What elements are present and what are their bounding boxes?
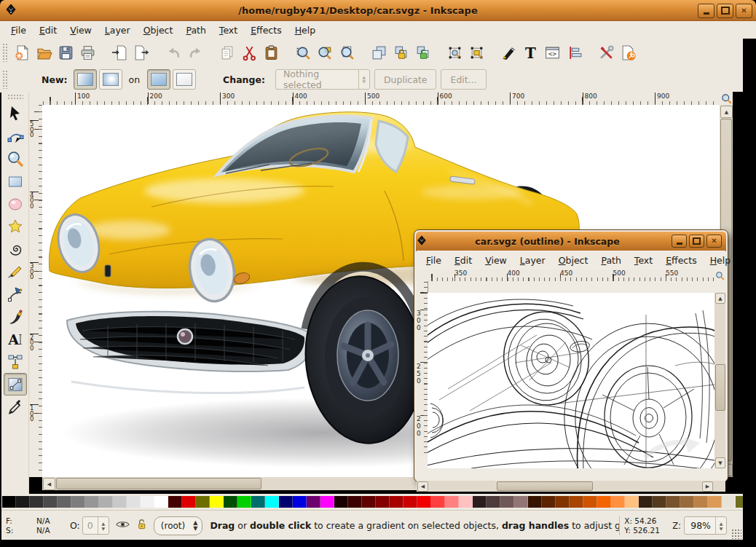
menu-item[interactable]: Object — [552, 253, 595, 268]
edit-gradient-button[interactable]: Edit... — [441, 69, 486, 90]
menu-item[interactable]: Layer — [98, 23, 137, 38]
spinner-arrows-icon[interactable]: ▲▼ — [98, 517, 109, 534]
rectangle-tool[interactable] — [4, 170, 27, 192]
palette-swatch[interactable] — [487, 496, 500, 508]
open-document-button[interactable] — [33, 42, 55, 63]
minimize-button[interactable] — [698, 4, 714, 18]
vertical-ruler[interactable]: 500400300200100 — [29, 105, 43, 477]
gradient-select-combo[interactable]: Nothing selected ▲▼ — [275, 69, 370, 90]
outline-canvas[interactable] — [428, 293, 714, 468]
toolbox-grip[interactable] — [7, 94, 23, 99]
menu-item[interactable]: Effects — [244, 23, 288, 38]
save-document-button[interactable] — [55, 42, 76, 63]
group-button[interactable] — [390, 42, 412, 63]
menu-item[interactable]: Edit — [33, 23, 63, 38]
palette-swatch[interactable] — [58, 496, 71, 508]
bezier-pen-tool[interactable] — [4, 283, 27, 305]
zoom-spinner-icon[interactable]: ▲▼ — [715, 517, 726, 534]
preferences-button[interactable] — [595, 42, 617, 63]
palette-swatch[interactable] — [376, 496, 390, 508]
palette-swatch[interactable] — [708, 496, 722, 508]
palette-swatch[interactable] — [473, 496, 487, 508]
connector-tool[interactable] — [4, 350, 27, 373]
resize-grip[interactable] — [731, 529, 741, 539]
linear-gradient-button[interactable] — [74, 69, 97, 90]
calligraphy-tool[interactable] — [4, 305, 27, 328]
palette-swatch[interactable] — [570, 496, 583, 508]
palette-swatch[interactable] — [196, 496, 210, 508]
palette-swatch[interactable] — [528, 496, 542, 508]
menu-item[interactable]: Object — [137, 23, 180, 38]
close-button[interactable]: ✕ — [736, 4, 752, 18]
menu-item[interactable]: View — [479, 253, 513, 268]
palette-swatch[interactable] — [390, 496, 403, 508]
menu-item[interactable]: Text — [213, 23, 244, 38]
palette-swatch[interactable] — [127, 496, 141, 508]
document-properties-button[interactable] — [617, 42, 639, 63]
palette-swatch[interactable] — [141, 496, 154, 508]
ellipse-tool[interactable] — [4, 192, 27, 215]
print-button[interactable] — [76, 42, 98, 63]
palette-swatch[interactable] — [403, 496, 417, 508]
menu-item[interactable]: Help — [704, 253, 738, 268]
palette-swatch[interactable] — [113, 496, 127, 508]
scroll-left-button[interactable]: ◀ — [43, 478, 55, 490]
quick-zoom-icon[interactable] — [714, 269, 725, 281]
palette-swatch[interactable] — [556, 496, 570, 508]
cut-button[interactable] — [238, 42, 260, 63]
star-tool[interactable] — [4, 215, 27, 237]
palette-swatch[interactable] — [251, 496, 265, 508]
scroll-down-button[interactable]: ▼ — [715, 457, 725, 468]
undo-button[interactable] — [162, 42, 184, 63]
palette-swatch[interactable] — [279, 496, 293, 508]
menu-item[interactable]: Help — [288, 23, 323, 38]
palette-swatch[interactable] — [597, 496, 611, 508]
palette-swatch[interactable] — [85, 496, 99, 508]
edit-clone-button[interactable] — [444, 42, 465, 63]
menu-item[interactable]: Path — [179, 23, 212, 38]
palette-swatch[interactable] — [210, 496, 224, 508]
outline-window[interactable]: car.svgz (outline) - Inkscape ✕ FileEdit… — [414, 229, 728, 482]
palette-swatch[interactable] — [348, 496, 362, 508]
palette-swatch[interactable] — [307, 496, 320, 508]
palette-swatch[interactable] — [542, 496, 556, 508]
palette-swatch[interactable] — [362, 496, 376, 508]
unlink-clone-button[interactable] — [465, 42, 487, 63]
vertical-scroll-thumb[interactable] — [715, 364, 725, 411]
palette-swatch[interactable] — [16, 496, 30, 508]
palette-swatch[interactable] — [30, 496, 44, 508]
palette-swatch[interactable] — [500, 496, 514, 508]
palette-swatch[interactable] — [611, 496, 625, 508]
toolbar-grip[interactable] — [2, 70, 8, 89]
zoom-drawing-button[interactable] — [314, 42, 336, 63]
menu-item[interactable]: Layer — [513, 253, 552, 268]
palette-swatch[interactable] — [71, 496, 85, 508]
palette-swatch[interactable] — [237, 496, 251, 508]
palette-swatch[interactable] — [293, 496, 307, 508]
quick-zoom-icon[interactable] — [720, 92, 733, 105]
close-button[interactable]: ✕ — [706, 235, 722, 248]
outline-horizontal-ruler[interactable]: 350400450500550 — [428, 269, 714, 282]
palette-swatch[interactable] — [666, 496, 680, 508]
palette-swatch[interactable] — [99, 496, 113, 508]
palette-swatch[interactable] — [168, 496, 182, 508]
dropper-tool[interactable] — [4, 396, 27, 418]
import-button[interactable] — [109, 42, 130, 63]
menu-item[interactable]: Effects — [659, 253, 704, 268]
zoom-selection-button[interactable] — [292, 42, 314, 63]
menu-item[interactable]: View — [63, 23, 98, 38]
selector-tool[interactable] — [4, 102, 27, 125]
horizontal-scroll-thumb[interactable] — [56, 478, 261, 489]
layer-lock-toggle[interactable] — [136, 519, 147, 532]
palette-swatch[interactable] — [722, 496, 736, 508]
redo-button[interactable] — [184, 42, 206, 63]
outline-vertical-ruler[interactable]: 300250200 — [417, 281, 428, 457]
palette-swatch[interactable] — [182, 496, 196, 508]
outline-horizontal-scrollbar[interactable]: ◀ ▶ — [417, 481, 725, 492]
fill-stroke-indicator[interactable]: F:N/A S:N/A — [6, 516, 68, 535]
palette-swatch[interactable] — [2, 496, 16, 508]
outline-titlebar[interactable]: car.svgz (outline) - Inkscape ✕ — [416, 232, 726, 251]
ungroup-button[interactable] — [412, 42, 433, 63]
palette-swatch[interactable] — [445, 496, 459, 508]
scroll-up-button[interactable]: ▲ — [715, 293, 725, 304]
